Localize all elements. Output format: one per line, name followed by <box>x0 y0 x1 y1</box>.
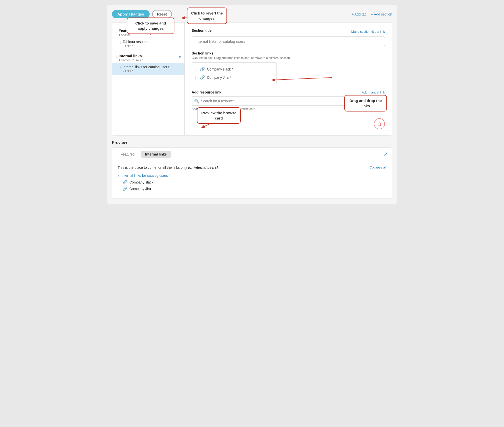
preview-chevron-down: ∨ <box>118 174 120 177</box>
reset-button[interactable]: Reset <box>152 10 172 18</box>
make-section-title-link[interactable]: Make section title a link <box>351 30 385 34</box>
sidebar-section-tableau-sub: 3 links * <box>123 44 151 48</box>
search-icon: 🔍 <box>194 99 199 104</box>
sidebar-section-catalog-text: Internal links for catalog users <box>123 65 169 69</box>
top-bar-left: Apply changes Reset <box>112 10 172 18</box>
add-resource-row: Add resource link Add manual link <box>192 90 385 94</box>
preview-label: Preview <box>112 140 392 145</box>
delete-section-button[interactable] <box>374 118 385 129</box>
preview-tab-internal[interactable]: Internal links <box>141 151 171 158</box>
sidebar-group-featured-sub: 1 section <box>119 33 134 37</box>
sidebar-group-featured-left: ⠿ Featured 1 section <box>114 28 134 37</box>
preview-link-slack-text: Company slack <box>129 180 153 184</box>
drag-handle-tableau[interactable]: ⠿ <box>118 40 121 45</box>
collapse-all-link[interactable]: Collapse all <box>370 166 386 169</box>
sidebar-section-catalog[interactable]: ⠿ Internal links for catalog users 2 lin… <box>112 63 184 75</box>
preview-section: Preview Featured Internal links ⤢ This i… <box>112 140 392 199</box>
add-manual-link[interactable]: Add manual link <box>362 90 385 94</box>
preview-description: This is the place to come for all the li… <box>118 166 218 170</box>
section-title-input[interactable] <box>192 36 385 46</box>
delete-btn-wrap <box>192 118 385 129</box>
sidebar-section-catalog-sub: 2 links * <box>123 70 169 73</box>
outer-container: Apply changes Reset + Add tab + Add sect… <box>107 5 397 204</box>
link-icon-jira: 🔗 <box>200 75 205 80</box>
section-title-row: Section title Make section title a link <box>192 28 385 34</box>
preview-desc-bold: for internal users! <box>188 166 218 170</box>
top-bar: Apply changes Reset + Add tab + Add sect… <box>112 10 392 18</box>
apply-changes-button[interactable]: Apply changes <box>112 10 150 18</box>
link-item-slack[interactable]: ⠿ 🔗 Company slack * <box>195 65 274 73</box>
search-input-wrap: 🔍 <box>192 96 385 106</box>
preview-link-icon-jira: 🔗 <box>123 186 127 191</box>
preview-tabs-bar: Featured Internal links ⤢ <box>112 148 392 161</box>
sidebar-group-internal-sub: 1 section, 2 links * <box>119 58 143 62</box>
link-text-slack: Company slack * <box>207 67 233 71</box>
preview-link-icon-slack: 🔗 <box>123 180 127 184</box>
section-links-label: Section links <box>192 51 385 55</box>
sidebar-group-internal-info: Internal links 1 section, 2 links * <box>119 54 143 62</box>
sidebar-group-internal-header[interactable]: ⠿ Internal links 1 section, 2 links * ∨ <box>112 52 184 63</box>
tooltip-revert: Click to revert the changes <box>187 8 227 24</box>
preview-section-header[interactable]: ∨ Internal links for catalog users <box>118 174 386 178</box>
chevron-down-internal: ∨ <box>178 54 181 59</box>
link-icon-slack: 🔗 <box>200 67 205 72</box>
preview-link-jira-text: Company Jira <box>129 187 151 191</box>
preview-card: Featured Internal links ⤢ This is the pl… <box>112 148 392 199</box>
sidebar-group-internal-title: Internal links <box>119 54 143 58</box>
expand-icon[interactable]: ⤢ <box>384 152 387 157</box>
right-panel: Section title Make section title a link … <box>185 22 392 135</box>
preview-body: This is the place to come for all the li… <box>112 161 392 198</box>
preview-section-title: Internal links for catalog users <box>121 174 168 178</box>
add-resource-label: Add resource link <box>192 90 221 94</box>
add-tab-link[interactable]: + Add tab <box>352 12 367 16</box>
preview-desc-text: This is the place to come for all the li… <box>118 166 188 170</box>
preview-link-jira: 🔗 Company Jira <box>118 186 386 192</box>
link-text-jira: Company Jira * <box>207 76 231 80</box>
link-item-jira[interactable]: ⠿ 🔗 Company Jira * <box>195 73 274 82</box>
add-section-link[interactable]: + Add section <box>371 12 392 16</box>
main-content: ⠿ Featured 1 section ⠿ Tableau resources… <box>112 22 392 136</box>
svg-line-7 <box>272 78 332 80</box>
sidebar-group-featured-info: Featured 1 section <box>119 28 134 37</box>
drag-handle-internal[interactable]: ⠿ <box>114 54 117 59</box>
sidebar-group-featured-title: Featured <box>119 28 134 33</box>
drag-handle-slack[interactable]: ⠿ <box>195 67 198 72</box>
preview-tab-list: Featured Internal links <box>117 151 171 158</box>
trash-icon <box>377 121 382 126</box>
section-title-label: Section title <box>192 28 211 32</box>
sidebar-section-tableau-info: Tableau resources 3 links * <box>123 40 151 48</box>
sidebar: ⠿ Featured 1 section ⠿ Tableau resources… <box>112 22 185 135</box>
search-hint: Search for a resource to add to the brow… <box>192 107 385 111</box>
preview-tab-featured[interactable]: Featured <box>117 151 139 158</box>
search-resource-input[interactable] <box>192 96 385 106</box>
preview-internal-section: ∨ Internal links for catalog users 🔗 Com… <box>118 174 386 192</box>
preview-link-slack: 🔗 Company slack <box>118 179 386 186</box>
section-links-hint: Click link to edit. Drag and drop links … <box>192 56 385 60</box>
sidebar-section-tableau-text: Tableau resources <box>123 40 151 44</box>
sidebar-section-tableau[interactable]: ⠿ Tableau resources 3 links * <box>112 38 184 50</box>
top-bar-right: + Add tab + Add section <box>352 12 392 16</box>
drag-handle-catalog[interactable]: ⠿ <box>118 66 121 70</box>
sidebar-section-catalog-info: Internal links for catalog users 2 links… <box>123 65 169 73</box>
sidebar-group-internal: ⠿ Internal links 1 section, 2 links * ∨ … <box>112 52 184 75</box>
links-box: ⠿ 🔗 Company slack * ⠿ 🔗 Company Jira * <box>192 62 277 84</box>
sidebar-group-featured: ⠿ Featured 1 section ⠿ Tableau resources… <box>112 26 184 50</box>
sidebar-group-featured-header[interactable]: ⠿ Featured 1 section <box>112 26 184 38</box>
drag-handle-jira[interactable]: ⠿ <box>195 75 198 80</box>
svg-rect-2 <box>378 123 381 126</box>
drag-handle-featured[interactable]: ⠿ <box>114 29 117 34</box>
sidebar-group-internal-left: ⠿ Internal links 1 section, 2 links * <box>114 54 143 62</box>
